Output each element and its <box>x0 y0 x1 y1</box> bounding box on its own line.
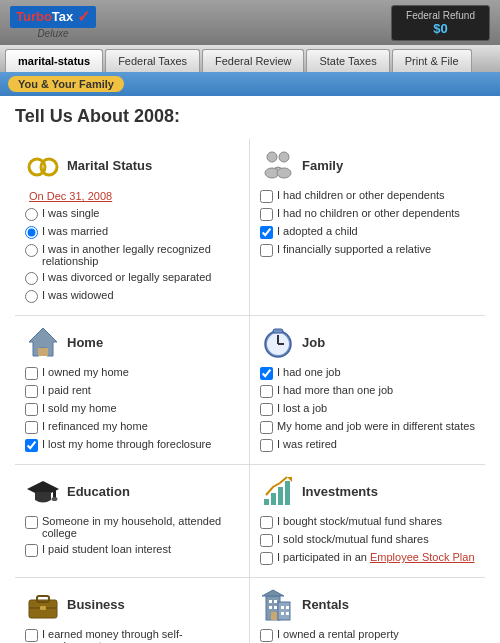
svg-rect-33 <box>286 606 289 609</box>
education-icon <box>25 473 61 509</box>
section-rentals: Rentals I owned a rental property I sold… <box>250 578 485 643</box>
chk-bought-stock-input[interactable] <box>260 516 273 529</box>
svg-point-3 <box>279 152 289 162</box>
radio-single-input[interactable] <box>25 208 38 221</box>
chk-lost-job-input[interactable] <box>260 403 273 416</box>
chk-no-children: I had no children or other dependents <box>260 207 475 221</box>
svg-rect-18 <box>271 493 276 505</box>
marital-status-link[interactable]: On Dec 31, 2008 <box>29 190 112 202</box>
rings-icon <box>25 147 61 183</box>
logo-turbo: Turbo <box>16 8 52 23</box>
radio-recognized: I was in another legally recognized rela… <box>25 243 239 267</box>
business-icon <box>25 586 61 622</box>
investments-header: Investments <box>260 473 475 509</box>
radio-widowed-input[interactable] <box>25 290 38 303</box>
svg-rect-32 <box>281 606 284 609</box>
chk-foreclosure: I lost my home through foreclosure <box>25 438 239 452</box>
chk-owned-rental: I owned a rental property <box>260 628 475 642</box>
chk-foreclosure-input[interactable] <box>25 439 38 452</box>
svg-rect-35 <box>286 612 289 615</box>
marital-status-header: Marital Status <box>25 147 239 183</box>
chk-had-children-input[interactable] <box>260 190 273 203</box>
radio-divorced-input[interactable] <box>25 272 38 285</box>
sub-nav: You & Your Family <box>0 72 500 96</box>
section-investments: Investments I bought stock/mutual fund s… <box>250 465 485 578</box>
job-header: Job <box>260 324 475 360</box>
section-marital-status: Marital Status On Dec 31, 2008 I was sin… <box>15 139 250 316</box>
chk-supported-relative-input[interactable] <box>260 244 273 257</box>
svg-rect-25 <box>40 606 46 610</box>
chk-supported-relative: I financially supported a relative <box>260 243 475 257</box>
logo-deluxe: Deluxe <box>37 28 68 39</box>
svg-rect-34 <box>281 612 284 615</box>
tab-print-file[interactable]: Print & File <box>392 49 472 72</box>
svg-rect-13 <box>273 329 283 333</box>
chk-sold-stock: I sold stock/mutual fund shares <box>260 533 475 547</box>
sections-grid: Marital Status On Dec 31, 2008 I was sin… <box>15 139 485 643</box>
chk-employee-stock-input[interactable] <box>260 552 273 565</box>
refund-amount: $0 <box>406 21 475 36</box>
chk-lost-job: I lost a job <box>260 402 475 416</box>
chk-retired: I was retired <box>260 438 475 452</box>
rentals-header: Rentals <box>260 586 475 622</box>
chk-retired-input[interactable] <box>260 439 273 452</box>
chk-multiple-jobs-input[interactable] <box>260 385 273 398</box>
svg-rect-36 <box>271 612 277 620</box>
rentals-icon <box>260 586 296 622</box>
svg-rect-8 <box>38 348 48 356</box>
education-title: Education <box>67 484 130 499</box>
chk-adopted-input[interactable] <box>260 226 273 239</box>
chk-student-loan-input[interactable] <box>25 544 38 557</box>
chk-no-children-input[interactable] <box>260 208 273 221</box>
home-icon <box>25 324 61 360</box>
chk-one-job-input[interactable] <box>260 367 273 380</box>
home-title: Home <box>67 335 103 350</box>
tab-federal-taxes[interactable]: Federal Taxes <box>105 49 200 72</box>
chk-sold-stock-input[interactable] <box>260 534 273 547</box>
chk-paid-rent: I paid rent <box>25 384 239 398</box>
employee-stock-link[interactable]: Employee Stock Plan <box>370 551 475 563</box>
radio-married-input[interactable] <box>25 226 38 239</box>
chk-college-input[interactable] <box>25 516 38 529</box>
section-job: Job I had one job I had more than one jo… <box>250 316 485 465</box>
section-business: Business I earned money through self-emp… <box>15 578 250 643</box>
family-title: Family <box>302 158 343 173</box>
svg-point-1 <box>41 159 57 175</box>
home-header: Home <box>25 324 239 360</box>
refund-display: Federal Refund $0 <box>391 5 490 41</box>
chk-self-employed-input[interactable] <box>25 629 38 642</box>
radio-divorced: I was divorced or legally separated <box>25 271 239 285</box>
tab-federal-review[interactable]: Federal Review <box>202 49 304 72</box>
business-header: Business <box>25 586 239 622</box>
chk-college: Someone in my household, attended colleg… <box>25 515 239 539</box>
radio-recognized-input[interactable] <box>25 244 38 257</box>
family-icon <box>260 147 296 183</box>
chk-multiple-jobs: I had more than one job <box>260 384 475 398</box>
svg-rect-23 <box>37 596 49 602</box>
chk-refinanced: I refinanced my home <box>25 420 239 434</box>
tab-state-taxes[interactable]: State Taxes <box>306 49 389 72</box>
rentals-title: Rentals <box>302 597 349 612</box>
chk-employee-stock: I participated in an Employee Stock Plan <box>260 551 475 565</box>
sub-nav-badge: You & Your Family <box>8 76 124 92</box>
app-header: TurboTax ✓ Deluxe Federal Refund $0 <box>0 0 500 45</box>
chk-student-loan: I paid student loan interest <box>25 543 239 557</box>
chk-owned-home: I owned my home <box>25 366 239 380</box>
chk-different-states-input[interactable] <box>260 421 273 434</box>
chk-paid-rent-input[interactable] <box>25 385 38 398</box>
chk-owned-rental-input[interactable] <box>260 629 273 642</box>
job-title: Job <box>302 335 325 350</box>
chk-owned-home-input[interactable] <box>25 367 38 380</box>
chk-refinanced-input[interactable] <box>25 421 38 434</box>
business-title: Business <box>67 597 125 612</box>
chk-bought-stock: I bought stock/mutual fund shares <box>260 515 475 529</box>
education-header: Education <box>25 473 239 509</box>
chk-had-children: I had children or other dependents <box>260 189 475 203</box>
nav-tabs: marital-status Federal Taxes Federal Rev… <box>0 45 500 72</box>
chk-sold-home-input[interactable] <box>25 403 38 416</box>
chk-one-job: I had one job <box>260 366 475 380</box>
marital-status-title: Marital Status <box>67 158 152 173</box>
radio-single: I was single <box>25 207 239 221</box>
logo-tax: Tax <box>52 8 73 23</box>
tab-personal-info[interactable]: marital-status <box>5 49 103 72</box>
